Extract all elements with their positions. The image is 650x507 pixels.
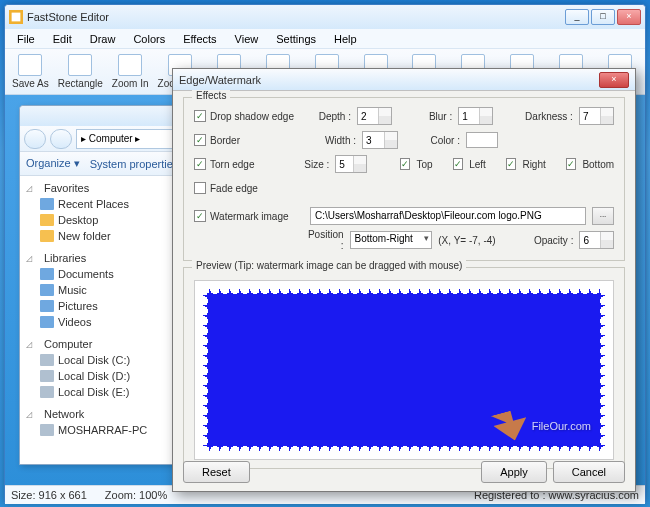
- menu-help[interactable]: Help: [326, 31, 365, 47]
- close-button[interactable]: ×: [617, 9, 641, 25]
- fade-label: Fade edge: [210, 183, 258, 194]
- pictures-icon: [40, 300, 54, 312]
- edge-watermark-dialog: Edge/Watermark × Effects ✓ Drop shadow e…: [172, 68, 636, 492]
- menu-settings[interactable]: Settings: [268, 31, 324, 47]
- status-size: Size: 916 x 661: [11, 489, 87, 501]
- window-title: FastStone Editor: [27, 11, 565, 23]
- music-icon: [40, 284, 54, 296]
- watermark-preview[interactable]: FileOur.com: [494, 411, 591, 441]
- blur-label: Blur :: [398, 111, 452, 122]
- organize-button[interactable]: Organize ▾: [26, 157, 80, 170]
- torn-label: Torn edge: [210, 159, 254, 170]
- drive-icon: [40, 354, 54, 366]
- effects-legend: Effects: [192, 90, 230, 101]
- effects-fieldset: Effects ✓ Drop shadow edge Depth : 2 Blu…: [183, 97, 625, 261]
- watermark-checkbox[interactable]: ✓: [194, 210, 206, 222]
- torn-size-spinner[interactable]: 5: [335, 155, 366, 173]
- minimize-button[interactable]: _: [565, 9, 589, 25]
- tool-rectangle[interactable]: Rectangle: [58, 54, 103, 89]
- browse-button[interactable]: ...: [592, 207, 614, 225]
- opacity-spinner[interactable]: 6: [579, 231, 614, 249]
- preview-area[interactable]: FileOur.com: [194, 280, 614, 460]
- dialog-title: Edge/Watermark: [179, 74, 599, 86]
- menu-file[interactable]: File: [9, 31, 43, 47]
- titlebar: FastStone Editor _ □ ×: [5, 5, 645, 29]
- dialog-buttons: Reset Apply Cancel: [183, 461, 625, 483]
- documents-icon: [40, 268, 54, 280]
- color-picker[interactable]: [466, 132, 498, 148]
- system-properties-button[interactable]: System properties: [90, 158, 179, 170]
- recent-icon: [40, 198, 54, 210]
- depth-label: Depth :: [306, 111, 351, 122]
- drive-icon: [40, 370, 54, 382]
- menu-draw[interactable]: Draw: [82, 31, 124, 47]
- zoom-in-icon: [118, 54, 142, 76]
- depth-spinner[interactable]: 2: [357, 107, 392, 125]
- opacity-label: Opacity :: [520, 235, 573, 246]
- torn-size-label: Size :: [291, 159, 329, 170]
- svg-rect-1: [12, 13, 21, 22]
- menu-view[interactable]: View: [227, 31, 267, 47]
- desktop-icon: [40, 214, 54, 226]
- position-label: Position :: [304, 229, 343, 251]
- menubar: File Edit Draw Colors Effects View Setti…: [5, 29, 645, 49]
- status-zoom: Zoom: 100%: [105, 489, 167, 501]
- border-label: Border: [210, 135, 240, 146]
- tool-zoom-in[interactable]: Zoom In: [109, 54, 152, 89]
- border-checkbox[interactable]: ✓: [194, 134, 206, 146]
- nav-fwd-button[interactable]: [50, 129, 72, 149]
- menu-effects[interactable]: Effects: [175, 31, 224, 47]
- fade-checkbox[interactable]: [194, 182, 206, 194]
- torn-right-checkbox[interactable]: ✓: [506, 158, 516, 170]
- position-xy: (X, Y= -7, -4): [438, 235, 514, 246]
- torn-bottom-checkbox[interactable]: ✓: [566, 158, 576, 170]
- menu-colors[interactable]: Colors: [125, 31, 173, 47]
- videos-icon: [40, 316, 54, 328]
- torn-checkbox[interactable]: ✓: [194, 158, 206, 170]
- tool-save-as[interactable]: Save As: [9, 54, 52, 89]
- preview-fieldset: Preview (Tip: watermark image can be dra…: [183, 267, 625, 469]
- darkness-label: Darkness :: [499, 111, 573, 122]
- drive-icon: [40, 386, 54, 398]
- download-arrow-icon: [490, 407, 531, 445]
- preview-legend: Preview (Tip: watermark image can be dra…: [192, 260, 466, 271]
- nav-back-button[interactable]: [24, 129, 46, 149]
- width-spinner[interactable]: 3: [362, 131, 398, 149]
- width-label: Width :: [310, 135, 356, 146]
- torn-left-checkbox[interactable]: ✓: [453, 158, 463, 170]
- folder-icon: [40, 230, 54, 242]
- rectangle-icon: [68, 54, 92, 76]
- app-icon: [9, 10, 23, 24]
- darkness-spinner[interactable]: 7: [579, 107, 614, 125]
- pc-icon: [40, 424, 54, 436]
- watermark-label: Watermark image: [210, 211, 289, 222]
- drop-shadow-checkbox[interactable]: ✓: [194, 110, 206, 122]
- cancel-button[interactable]: Cancel: [553, 461, 625, 483]
- dialog-titlebar: Edge/Watermark ×: [173, 69, 635, 91]
- save-icon: [18, 54, 42, 76]
- menu-edit[interactable]: Edit: [45, 31, 80, 47]
- apply-button[interactable]: Apply: [481, 461, 547, 483]
- watermark-path-input[interactable]: C:\Users\Mosharraf\Desktop\Fileour.com l…: [310, 207, 586, 225]
- position-combo[interactable]: Bottom-Right: [350, 231, 433, 249]
- color-label: Color :: [404, 135, 460, 146]
- blur-spinner[interactable]: 1: [458, 107, 493, 125]
- drop-shadow-label: Drop shadow edge: [210, 111, 294, 122]
- torn-top-checkbox[interactable]: ✓: [400, 158, 410, 170]
- maximize-button[interactable]: □: [591, 9, 615, 25]
- dialog-close-button[interactable]: ×: [599, 72, 629, 88]
- reset-button[interactable]: Reset: [183, 461, 250, 483]
